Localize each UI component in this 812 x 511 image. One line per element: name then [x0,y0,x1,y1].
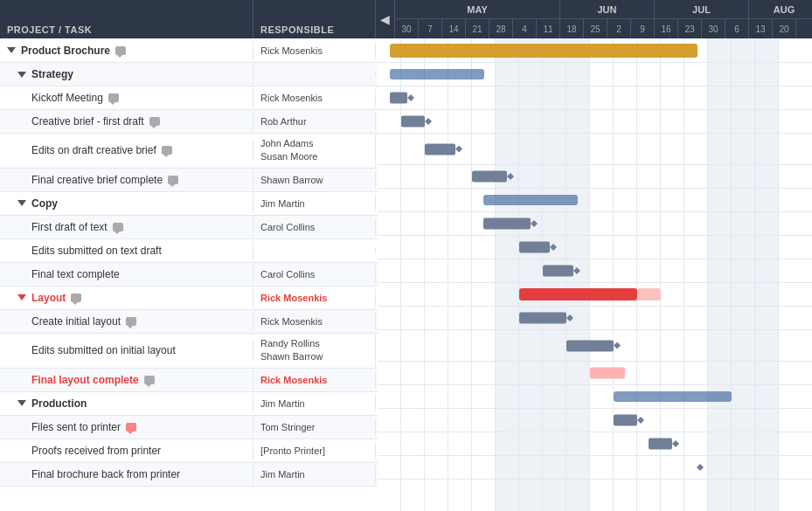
chat-icon[interactable] [115,46,126,55]
task-label: Layout [31,292,66,304]
chat-icon[interactable] [162,146,172,155]
task-name-kickoff: Kickoff Meeting [0,88,253,107]
responsible-edits-layout: Randy RollinsShawn Barrow [253,334,376,368]
chat-icon[interactable] [144,376,155,384]
task-label: Proofs received from printer [31,445,161,457]
bar-production[interactable] [614,391,732,402]
responsible-kickoff: Rick Mosenkis [253,89,376,107]
expand-icon[interactable] [7,47,16,53]
bar-proofs-printer[interactable] [649,438,672,450]
bar-edits-draft[interactable] [425,143,455,155]
week-25: 25 [584,19,607,38]
task-name-edits-text: Edits submitted on text draft [0,241,253,260]
responsible-layout: Rick Mosenkis [253,289,376,307]
task-name-final-text: Final text complete [0,265,253,284]
milestone-final-brochure [697,464,704,471]
bar-layout[interactable] [519,288,637,300]
gantt-chart [378,38,812,511]
chat-icon[interactable] [168,176,178,184]
task-name-creative-brief: Creative brief - first draft [0,112,253,131]
row-edits-draft: Edits on draft creative brief John Adams… [0,134,378,169]
task-label: Final brochure back from printer [31,468,180,480]
bar-final-creative[interactable] [472,171,507,183]
task-name-edits-layout: Edits submitted on initial layout [0,341,253,360]
bar-creative-brief[interactable] [401,116,425,128]
expand-icon[interactable] [17,400,26,406]
responsible-final-text: Carol Collins [253,266,376,283]
bar-strategy[interactable] [390,69,484,79]
bar-copy[interactable] [483,195,578,205]
task-label: Kickoff Meeting [31,92,103,104]
chat-icon[interactable] [149,117,160,126]
week-28: 28 [489,19,513,38]
bar-product-brochure[interactable] [390,44,697,58]
row-strategy: Strategy [0,63,378,86]
expand-icon[interactable] [17,200,26,206]
week-7: 7 [419,19,442,38]
bar-final-layout[interactable] [590,368,625,379]
chat-icon[interactable] [113,223,123,231]
left-arrow-icon: ◀ [380,12,390,26]
month-jun: JUN [560,0,655,18]
expand-icon[interactable] [17,72,26,78]
expand-icon[interactable] [17,294,26,300]
row-final-layout: Final layout complete Rick Mosenkis [0,369,378,392]
task-label: Edits submitted on text draft [31,245,162,257]
milestone-final-creative [507,173,514,180]
responsible-copy: Jim Martin [253,195,376,212]
row-proofs-printer: Proofs received from printer [Pronto Pri… [0,439,378,463]
months-header: MAY JUN JUL AUG 30 7 14 21 28 4 11 18 25… [395,0,812,38]
row-creative-brief: Creative brief - first draft Rob Arthur [0,110,378,134]
task-label: Creative brief - first draft [31,115,144,128]
task-name-layout: Layout [0,288,253,307]
week-11: 11 [537,19,560,38]
week-30b: 30 [702,19,725,38]
milestone-create-layout [566,314,573,321]
chart-row-copy [378,189,812,212]
chart-row-final-brochure [378,456,812,480]
responsible-creative-brief: Rob Arthur [253,113,376,130]
chart-row-layout [378,283,812,307]
bar-edits-layout[interactable] [566,340,614,351]
row-layout: Layout Rick Mosenkis [0,287,378,310]
chart-row-strategy [378,63,812,86]
bar-kickoff[interactable] [390,93,407,104]
chart-row-production [378,385,812,409]
chart-row-final-creative [378,165,812,189]
chart-row-files-printer [378,409,812,432]
task-name-final-brochure: Final brochure back from printer [0,465,253,484]
bar-edits-text[interactable] [519,242,550,253]
week-2: 2 [607,19,631,38]
task-label: Files sent to printer [31,421,121,433]
bar-files-printer[interactable] [614,415,637,426]
chart-row-edits-draft [378,134,812,165]
task-label: Final layout complete [31,374,139,386]
chat-icon[interactable] [126,317,136,326]
task-name-create-layout: Create initial layout [0,312,253,331]
row-final-creative: Final creative brief complete Shawn Barr… [0,169,378,192]
chart-row-create-layout [378,307,812,330]
task-name-edits-draft: Edits on draft creative brief [0,141,253,160]
chart-row-kickoff [378,86,812,110]
chat-icon[interactable] [108,93,119,102]
month-may: MAY [395,0,560,18]
row-edits-text: Edits submitted on text draft [0,239,378,263]
row-product-brochure: Product Brochure Rick Mosenkis [0,38,378,63]
task-name-strategy: Strategy [0,65,253,84]
responsible-final-creative: Shawn Barrow [253,171,376,189]
chat-icon-red[interactable] [126,423,136,432]
task-label: Product Brochure [21,45,110,57]
responsible-strategy [253,71,376,78]
milestone-kickoff [407,94,414,101]
bar-final-text[interactable] [543,266,573,277]
bar-create-layout[interactable] [519,313,566,324]
gantt-header: PROJECT / TASK RESPONSIBLE ◀ MAY JUN JUL… [0,0,812,38]
task-name-production: Production [0,394,253,413]
chat-icon[interactable] [71,293,81,302]
weeks-row: 30 7 14 21 28 4 11 18 25 2 9 16 23 30 6 … [395,19,812,38]
bar-layout-overlap[interactable] [637,288,661,300]
nav-left-button[interactable]: ◀ [376,0,395,38]
milestone-edits-draft [455,146,462,153]
bar-first-draft-text[interactable] [483,218,531,230]
month-jul: JUL [655,0,749,18]
